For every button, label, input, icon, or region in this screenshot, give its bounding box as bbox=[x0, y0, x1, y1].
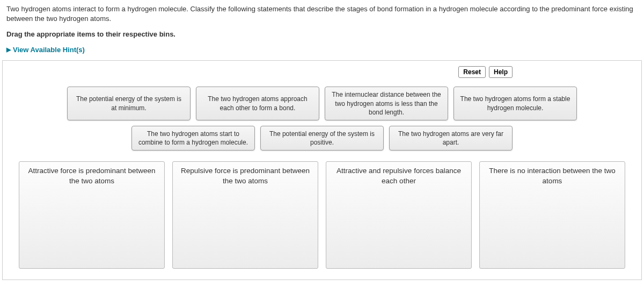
toolbar: Reset Help bbox=[3, 61, 641, 81]
bin-title: Attractive and repulsive forces balance … bbox=[332, 166, 466, 185]
question-prompt: Two hydrogen atoms interact to form a hy… bbox=[0, 0, 644, 28]
bin-balanced[interactable]: Attractive and repulsive forces balance … bbox=[326, 161, 472, 269]
bin-attractive[interactable]: Attractive force is predominant between … bbox=[19, 161, 165, 269]
chevron-right-icon: ▶ bbox=[6, 46, 11, 53]
bin-title: Attractive force is predominant between … bbox=[25, 166, 159, 185]
reset-button[interactable]: Reset bbox=[458, 66, 486, 78]
hint-toggle-label: View Available Hint(s) bbox=[13, 46, 85, 54]
question-instruction: Drag the appropriate items to their resp… bbox=[0, 28, 644, 42]
bin-title: Repulsive force is predominant between t… bbox=[178, 166, 312, 185]
draggable-item[interactable]: The internuclear distance between the tw… bbox=[325, 87, 448, 120]
draggable-source-area: The potential energy of the system is at… bbox=[3, 81, 641, 161]
draggable-item[interactable]: The two hydrogen atoms start to combine … bbox=[131, 126, 255, 151]
draggable-item[interactable]: The potential energy of the system is at… bbox=[67, 87, 191, 120]
bin-no-interaction[interactable]: There is no interaction between the two … bbox=[479, 161, 625, 269]
draggable-item[interactable]: The two hydrogen atoms form a stable hyd… bbox=[453, 87, 577, 120]
bin-title: There is no interaction between the two … bbox=[485, 166, 619, 185]
draggable-item[interactable]: The two hydrogen atoms approach each oth… bbox=[196, 87, 319, 120]
source-row: The two hydrogen atoms start to combine … bbox=[131, 126, 513, 151]
bin-repulsive[interactable]: Repulsive force is predominant between t… bbox=[172, 161, 318, 269]
draggable-item[interactable]: The two hydrogen atoms are very far apar… bbox=[389, 126, 513, 151]
view-hints-toggle[interactable]: ▶ View Available Hint(s) bbox=[0, 42, 644, 60]
bins-area: Attractive force is predominant between … bbox=[3, 161, 641, 280]
interaction-panel: Reset Help The potential energy of the s… bbox=[2, 60, 642, 280]
help-button[interactable]: Help bbox=[489, 66, 513, 78]
draggable-item[interactable]: The potential energy of the system is po… bbox=[260, 126, 384, 151]
source-row: The potential energy of the system is at… bbox=[67, 87, 577, 120]
